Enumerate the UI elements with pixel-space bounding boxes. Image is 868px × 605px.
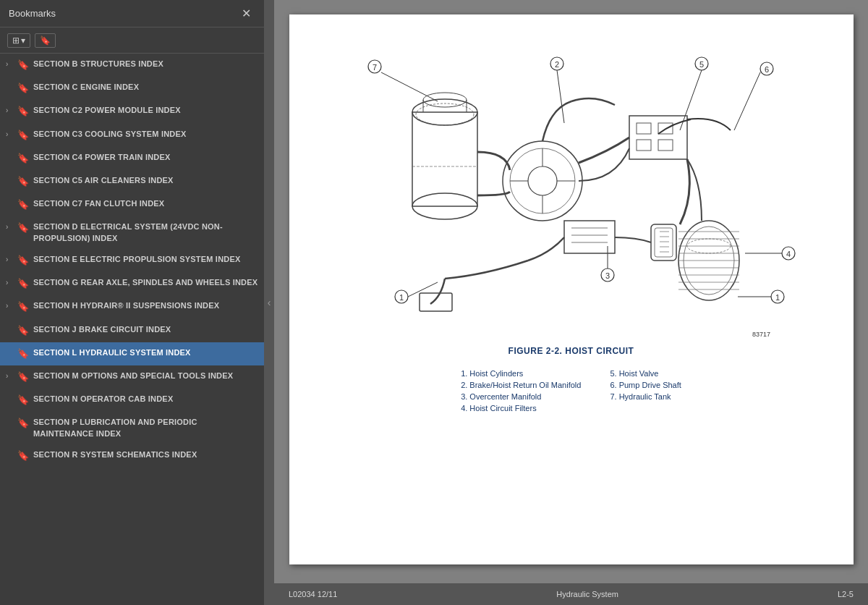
footer-left: L02034 12/11 <box>289 590 337 598</box>
bookmark-item-e-electric-propulsion[interactable]: ›🔖SECTION E ELECTRIC PROPULSION SYSTEM I… <box>0 249 264 272</box>
bookmark-item-c4-power-train[interactable]: 🔖SECTION C4 POWER TRAIN INDEX <box>0 147 264 170</box>
bookmark-label: SECTION C ENGINE INDEX <box>33 82 258 93</box>
parts-col-right: 5. Hoist Valve 6. Pump Drive Shaft 7. Hy… <box>610 369 681 412</box>
part-1: 1. Hoist Cylinders <box>461 369 581 378</box>
pdf-content: 7 2 5 6 4 <box>274 0 868 583</box>
svg-text:3: 3 <box>605 271 609 280</box>
svg-text:2: 2 <box>554 60 558 69</box>
figure-title: FIGURE 2-2. HOIST CIRCUIT <box>509 346 634 356</box>
expand-arrow-icon: › <box>6 371 16 381</box>
svg-text:1: 1 <box>775 293 779 302</box>
expand-arrow-icon: › <box>6 222 16 232</box>
ribbon-icon: 🔖 <box>17 221 29 234</box>
drawing-area: 7 2 5 6 4 <box>318 36 825 412</box>
bookmark-item-b-structures[interactable]: ›🔖SECTION B STRUCTURES INDEX <box>0 54 264 77</box>
ribbon-icon: 🔖 <box>17 129 29 142</box>
ribbon-icon: 🔖 <box>17 347 29 360</box>
ribbon-icon: 🔖 <box>17 254 29 267</box>
bookmark-add-button[interactable]: 🔖 <box>35 33 56 48</box>
bookmark-item-l-hydraulic[interactable]: 🔖SECTION L HYDRAULIC SYSTEM INDEX <box>0 342 264 365</box>
bookmark-item-c-engine[interactable]: 🔖SECTION C ENGINE INDEX <box>0 77 264 100</box>
pdf-footer: L02034 12/11 Hydraulic System L2-5 <box>274 583 868 605</box>
expand-arrow-icon: › <box>6 59 16 69</box>
bookmark-label: SECTION H HYDRAIR® II SUSPENSIONS INDEX <box>33 300 258 311</box>
bookmark-label: SECTION E ELECTRIC PROPULSION SYSTEM IND… <box>33 254 258 265</box>
bookmark-label: SECTION G REAR AXLE, SPINDLES AND WHEELS… <box>33 277 258 288</box>
svg-text:4: 4 <box>786 250 790 258</box>
part-3: 3. Overcenter Manifold <box>461 392 581 401</box>
expand-arrow-icon: › <box>6 301 16 311</box>
ribbon-icon: 🔖 <box>17 105 29 118</box>
ribbon-icon: 🔖 <box>17 417 29 430</box>
bookmark-item-d-electrical[interactable]: ›🔖SECTION D ELECTRICAL SYSTEM (24VDC NON… <box>0 216 264 249</box>
bookmark-item-c5-air-cleaners[interactable]: 🔖SECTION C5 AIR CLEANERS INDEX <box>0 170 264 193</box>
bookmarks-header: Bookmarks ✕ <box>0 0 264 28</box>
footer-center: Hydraulic System <box>556 590 618 598</box>
ribbon-icon: 🔖 <box>17 198 29 211</box>
bookmarks-panel: Bookmarks ✕ ⊞ ▾ 🔖 ›🔖SECTION B STRUCTURES… <box>0 0 264 605</box>
bookmark-label: SECTION M OPTIONS AND SPECIAL TOOLS INDE… <box>33 371 258 381</box>
expand-all-button[interactable]: ⊞ ▾ <box>7 33 30 48</box>
part-4: 4. Hoist Circuit Filters <box>461 404 581 412</box>
pdf-page: 7 2 5 6 4 <box>289 14 854 564</box>
bookmark-item-c7-fan-clutch[interactable]: 🔖SECTION C7 FAN CLUTCH INDEX <box>0 193 264 216</box>
bookmark-label: SECTION C2 POWER MODULE INDEX <box>33 105 258 116</box>
bookmarks-title: Bookmarks <box>9 8 56 19</box>
hoist-circuit-diagram: 7 2 5 6 4 <box>326 36 817 340</box>
splitter-icon: ‹ <box>268 297 271 308</box>
ribbon-icon: 🔖 <box>17 300 29 313</box>
bookmark-item-n-operator-cab[interactable]: 🔖SECTION N OPERATOR CAB INDEX <box>0 389 264 412</box>
footer-right: L2-5 <box>838 590 854 598</box>
part-2: 2. Brake/Hoist Return Oil Manifold <box>461 381 581 389</box>
part-7: 7. Hydraulic Tank <box>610 392 681 401</box>
grid-icon: ⊞ <box>12 35 20 46</box>
bookmark-item-m-options[interactable]: ›🔖SECTION M OPTIONS AND SPECIAL TOOLS IN… <box>0 365 264 389</box>
ribbon-icon: 🔖 <box>17 277 29 290</box>
svg-text:6: 6 <box>764 65 768 74</box>
bookmark-item-c3-cooling[interactable]: ›🔖SECTION C3 COOLING SYSTEM INDEX <box>0 124 264 147</box>
ribbon-icon: 🔖 <box>17 82 29 95</box>
bookmark-label: SECTION C5 AIR CLEANERS INDEX <box>33 175 258 186</box>
bookmark-label: SECTION J BRAKE CIRCUIT INDEX <box>33 324 258 335</box>
bookmark-label: SECTION C4 POWER TRAIN INDEX <box>33 152 258 163</box>
close-button[interactable]: ✕ <box>237 5 255 22</box>
bookmark-label: SECTION C7 FAN CLUTCH INDEX <box>33 198 258 209</box>
bookmark-item-c2-power-module[interactable]: ›🔖SECTION C2 POWER MODULE INDEX <box>0 100 264 123</box>
bookmark-icon: 🔖 <box>40 35 51 46</box>
bookmark-label: SECTION R SYSTEM SCHEMATICS INDEX <box>33 449 258 460</box>
bookmark-item-r-system-schematics[interactable]: 🔖SECTION R SYSTEM SCHEMATICS INDEX <box>0 444 264 468</box>
ribbon-icon: 🔖 <box>17 59 29 72</box>
pdf-panel: 7 2 5 6 4 <box>274 0 868 605</box>
svg-text:5: 5 <box>699 60 703 69</box>
expand-arrow-icon: › <box>6 130 16 140</box>
expand-arrow-icon: › <box>6 106 16 116</box>
parts-list: 1. Hoist Cylinders 2. Brake/Hoist Return… <box>461 369 681 412</box>
expand-arrow-icon: › <box>6 278 16 288</box>
chevron-down-icon: ▾ <box>21 35 25 46</box>
bookmark-label: SECTION L HYDRAULIC SYSTEM INDEX <box>33 347 258 358</box>
bookmark-label: SECTION N OPERATOR CAB INDEX <box>33 394 258 405</box>
bookmark-label: SECTION D ELECTRICAL SYSTEM (24VDC NON-P… <box>33 221 258 244</box>
svg-text:83717: 83717 <box>752 331 770 338</box>
part-6: 6. Pump Drive Shaft <box>610 381 681 389</box>
bookmark-label: SECTION C3 COOLING SYSTEM INDEX <box>33 129 258 140</box>
bookmark-item-p-lubrication[interactable]: 🔖SECTION P LUBRICATION AND PERIODIC MAIN… <box>0 412 264 444</box>
bookmark-label: SECTION B STRUCTURES INDEX <box>33 59 258 69</box>
bookmark-item-h-hydrair[interactable]: ›🔖SECTION H HYDRAIR® II SUSPENSIONS INDE… <box>0 295 264 318</box>
bookmarks-toolbar: ⊞ ▾ 🔖 <box>0 28 264 54</box>
bookmarks-list: ›🔖SECTION B STRUCTURES INDEX 🔖SECTION C … <box>0 54 264 605</box>
bookmark-item-g-rear-axle[interactable]: ›🔖SECTION G REAR AXLE, SPINDLES AND WHEE… <box>0 272 264 295</box>
ribbon-icon: 🔖 <box>17 324 29 337</box>
ribbon-icon: 🔖 <box>17 394 29 407</box>
ribbon-icon: 🔖 <box>17 371 29 384</box>
parts-col-left: 1. Hoist Cylinders 2. Brake/Hoist Return… <box>461 369 581 412</box>
bookmark-item-j-brake[interactable]: 🔖SECTION J BRAKE CIRCUIT INDEX <box>0 319 264 342</box>
svg-text:7: 7 <box>372 63 376 72</box>
ribbon-icon: 🔖 <box>17 152 29 165</box>
expand-arrow-icon: › <box>6 255 16 265</box>
svg-text:1: 1 <box>399 293 403 302</box>
ribbon-icon: 🔖 <box>17 449 29 462</box>
ribbon-icon: 🔖 <box>17 175 29 188</box>
part-5: 5. Hoist Valve <box>610 369 681 378</box>
panel-splitter[interactable]: ‹ <box>264 0 274 605</box>
